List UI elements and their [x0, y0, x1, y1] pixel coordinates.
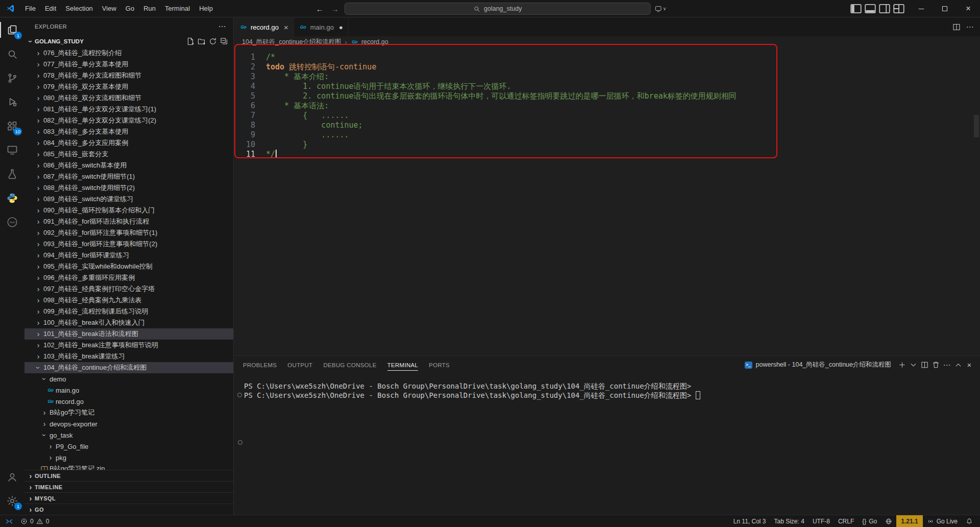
tree-item[interactable]: ›101_尚硅谷_break语法和流程图 — [24, 328, 233, 340]
panel-tab-problems[interactable]: PROBLEMS — [243, 356, 277, 374]
tree-item[interactable]: ›098_尚硅谷_经典案例九九乘法表 — [24, 295, 233, 306]
sidebar-section-mysql[interactable]: ›MYSQL — [24, 492, 233, 504]
tree-item[interactable]: Gomain.go — [24, 385, 233, 396]
code-editor[interactable]: 1/*2todo 跳转控制语句-continue3 * 基本介绍:4 1. co… — [234, 47, 980, 355]
activity-source-control[interactable] — [0, 66, 24, 90]
tree-item[interactable]: ›085_尚硅谷_嵌套分支 — [24, 149, 233, 160]
status-go-live[interactable]: Go Live — [923, 515, 962, 527]
tree-item[interactable]: Gorecord.go — [24, 396, 233, 407]
activity-run-debug[interactable] — [0, 90, 24, 114]
problems-indicator[interactable]: 0 0 — [16, 515, 53, 527]
tree-item[interactable]: ›096_尚硅谷_多重循环应用案例 — [24, 272, 233, 283]
tree-item[interactable]: ›084_尚硅谷_多分支应用案例 — [24, 137, 233, 149]
status-browser-preview[interactable] — [881, 515, 896, 527]
tree-item[interactable]: ›082_尚硅谷_单分支双分支课堂练习(2) — [24, 115, 233, 126]
activity-extensions[interactable]: 10 — [0, 114, 24, 138]
tab-main.go[interactable]: Gomain.go● — [294, 18, 349, 36]
status-cursor-position[interactable]: Ln 11, Col 3 — [729, 515, 770, 527]
tree-item[interactable]: ›099_尚硅谷_流程控制课后练习说明 — [24, 306, 233, 317]
status-language-mode[interactable]: {}Go — [858, 515, 881, 527]
status-eol[interactable]: CRLF — [834, 515, 858, 527]
tree-item[interactable]: ›077_尚硅谷_单分支基本使用 — [24, 59, 233, 70]
terminal-instance-label[interactable]: >_ powershell - 104_尚硅谷_continue介绍和流程图 — [745, 361, 891, 369]
back-arrow-icon[interactable]: ← — [314, 5, 326, 13]
more-actions-icon[interactable]: ⋯ — [218, 22, 226, 31]
maximize-button[interactable] — [933, 0, 957, 17]
editor-scrollbar[interactable] — [974, 115, 979, 137]
status-tab-size[interactable]: Tab Size: 4 — [770, 515, 808, 527]
menu-run[interactable]: Run — [139, 2, 160, 15]
forward-arrow-icon[interactable]: → — [329, 5, 341, 13]
close-icon[interactable]: × — [284, 23, 288, 32]
tree-item[interactable]: ›demo — [24, 373, 233, 385]
tree-item[interactable]: ›078_尚硅谷_单分支流程图和细节 — [24, 70, 233, 81]
maximize-panel-button[interactable] — [952, 360, 964, 371]
status-go-version[interactable]: 1.21.1 — [896, 515, 922, 527]
tree-item[interactable]: ›081_尚硅谷_单分支双分支课堂练习(1) — [24, 104, 233, 115]
close-button[interactable]: × — [957, 0, 980, 17]
activity-json[interactable]: Json — [0, 210, 24, 234]
menu-edit[interactable]: Edit — [40, 2, 61, 15]
tree-item[interactable]: ›104_尚硅谷_continue介绍和流程图 — [24, 362, 233, 373]
panel-tab-terminal[interactable]: TERMINAL — [387, 356, 419, 374]
explorer-section-header[interactable]: › GOLANG_STUDY — [24, 35, 233, 47]
tree-item[interactable]: ›089_尚硅谷_switch的课堂练习 — [24, 194, 233, 205]
new-terminal-button[interactable] — [896, 360, 908, 371]
split-terminal-button[interactable] — [919, 360, 930, 371]
more-button[interactable]: ⋯ — [941, 360, 952, 371]
activity-testing[interactable] — [0, 162, 24, 186]
tree-item[interactable]: ›080_尚硅谷_双分支流程图和细节 — [24, 92, 233, 104]
status-encoding[interactable]: UTF-8 — [808, 515, 834, 527]
tree-item[interactable]: ›B站go学习笔记 — [24, 407, 233, 418]
activity-python[interactable] — [0, 186, 24, 210]
menu-go[interactable]: Go — [121, 2, 139, 15]
panel-tab-ports[interactable]: PORTS — [429, 356, 450, 374]
tree-item[interactable]: ›090_尚硅谷_循环控制基本介绍和入门 — [24, 205, 233, 216]
tree-item[interactable]: ›091_尚硅谷_for循环语法和执行流程 — [24, 216, 233, 227]
tree-item[interactable]: ›093_尚硅谷_for循环注意事项和细节(2) — [24, 238, 233, 250]
kill-terminal-button[interactable] — [930, 360, 941, 371]
close-panel-button[interactable]: × — [964, 360, 975, 371]
tree-item[interactable]: B站go学习笔记.zip — [24, 463, 233, 470]
tree-item[interactable]: ›087_尚硅谷_switch使用细节(1) — [24, 171, 233, 182]
activity-explorer[interactable]: 1 — [0, 18, 24, 42]
sidebar-section-outline[interactable]: ›OUTLINE — [24, 470, 233, 481]
tree-item[interactable]: ›097_尚硅谷_经典案例打印空心金字塔 — [24, 283, 233, 295]
activity-settings[interactable]: 1 — [0, 489, 24, 513]
terminal-content[interactable]: PS C:\Users\wxe5szh\OneDrive - Bosch Gro… — [244, 374, 975, 515]
tab-record.go[interactable]: Gorecord.go× — [234, 18, 294, 36]
sidebar-section-timeline[interactable]: ›TIMELINE — [24, 481, 233, 492]
tree-item[interactable]: ›076_尚硅谷_流程控制介绍 — [24, 47, 233, 59]
tree-item[interactable]: ›102_尚硅谷_break注意事项和细节说明 — [24, 340, 233, 351]
breadcrumb-file[interactable]: Go record.go — [351, 38, 388, 45]
sidebar-section-go[interactable]: ›GO — [24, 504, 233, 515]
activity-accounts[interactable] — [0, 465, 24, 489]
menu-selection[interactable]: Selection — [61, 2, 97, 15]
tree-item[interactable]: ›095_尚硅谷_实现while和dowhile控制 — [24, 261, 233, 272]
tree-item[interactable]: ›083_尚硅谷_多分支基本使用 — [24, 126, 233, 137]
panel-tab-debug-console[interactable]: DEBUG CONSOLE — [323, 356, 376, 374]
tree-item[interactable]: ›079_尚硅谷_双分支基本使用 — [24, 81, 233, 92]
breadcrumb-folder[interactable]: 104_尚硅谷_continue介绍和流程图 — [242, 38, 341, 46]
window-layout-dropdown-icon[interactable]: ∨ — [654, 5, 667, 13]
activity-search[interactable] — [0, 42, 24, 66]
tree-item[interactable]: ›088_尚硅谷_switch使用细节(2) — [24, 182, 233, 194]
tree-item[interactable]: ›103_尚硅谷_break课堂练习 — [24, 351, 233, 362]
tree-item[interactable]: ›094_尚硅谷_for循环课堂练习 — [24, 250, 233, 261]
breadcrumb[interactable]: 104_尚硅谷_continue介绍和流程图 › Go record.go — [234, 36, 980, 47]
tree-item[interactable]: ›go_task — [24, 429, 233, 441]
tree-item[interactable]: ›086_尚硅谷_switch基本使用 — [24, 160, 233, 171]
menu-file[interactable]: File — [20, 2, 40, 15]
chevron-down-button[interactable] — [908, 360, 919, 371]
tree-item[interactable]: ›pkg — [24, 452, 233, 463]
tree-item[interactable]: ›devops-exporter — [24, 418, 233, 429]
tree-item[interactable]: ›092_尚硅谷_for循环注意事项和细节(1) — [24, 227, 233, 238]
menu-view[interactable]: View — [97, 2, 121, 15]
activity-remote-explorer[interactable] — [0, 138, 24, 162]
menu-terminal[interactable]: Terminal — [160, 2, 194, 15]
panel-tab-output[interactable]: OUTPUT — [287, 356, 312, 374]
menu-help[interactable]: Help — [194, 2, 217, 15]
minimize-button[interactable] — [910, 0, 933, 17]
remote-indicator[interactable] — [0, 515, 16, 527]
tree-item[interactable]: ›100_尚硅谷_break引入和快速入门 — [24, 317, 233, 328]
